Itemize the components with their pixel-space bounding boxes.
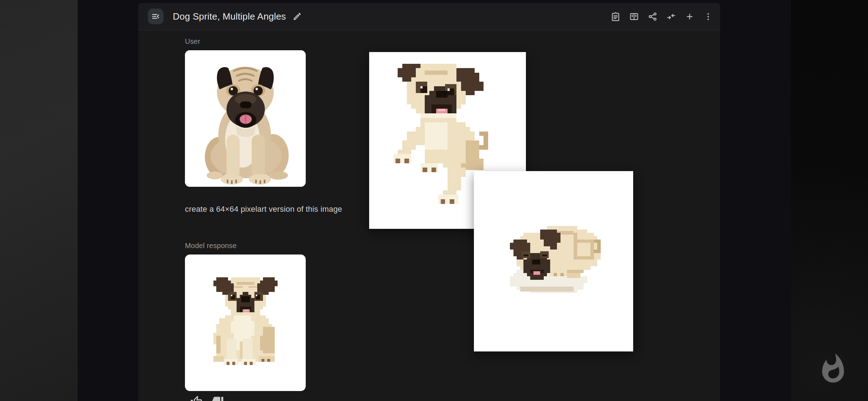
flame-icon <box>817 351 849 386</box>
chat-content: User <box>138 31 720 401</box>
response-actions <box>190 395 224 401</box>
merge-arrows-icon <box>666 12 676 21</box>
edit-pencil-icon <box>293 12 302 21</box>
share-button[interactable] <box>647 11 657 21</box>
menu-open-icon <box>151 12 160 21</box>
desktop-backdrop-left <box>0 0 78 401</box>
pug-photo <box>185 50 306 187</box>
app-panel: Dog Sprite, Multiple Angles <box>138 3 720 401</box>
notes-button[interactable] <box>610 11 620 21</box>
user-prompt-text: create a 64×64 pixelart version of this … <box>185 205 342 214</box>
model-role-label: Model response <box>185 242 237 250</box>
model-response-image-card[interactable] <box>185 255 306 391</box>
share-icon <box>648 12 657 21</box>
pixel-pug-sleeping <box>490 216 618 307</box>
thumbs-down-button[interactable] <box>212 395 224 401</box>
thumbs-down-icon <box>212 395 224 401</box>
user-role-label: User <box>185 37 200 46</box>
edit-title-button[interactable] <box>292 11 303 22</box>
thumbs-up-button[interactable] <box>190 395 202 401</box>
kebab-menu-icon <box>703 12 713 21</box>
header-actions <box>610 11 715 21</box>
page-title: Dog Sprite, Multiple Angles <box>173 11 286 22</box>
clipboard-icon <box>611 12 620 21</box>
user-photo-card[interactable] <box>185 50 306 187</box>
book-icon <box>629 12 639 21</box>
pixel-pug-sitting <box>196 272 295 374</box>
plus-icon <box>685 12 694 21</box>
floating-image-sleeping-pug[interactable] <box>474 171 633 351</box>
sidebar-toggle-button[interactable] <box>148 9 164 24</box>
more-button[interactable] <box>703 11 713 21</box>
add-button[interactable] <box>684 11 694 21</box>
thumbs-up-icon <box>190 395 202 401</box>
panel-header: Dog Sprite, Multiple Angles <box>138 3 720 30</box>
screen: Dog Sprite, Multiple Angles <box>0 0 868 401</box>
collapse-button[interactable] <box>666 11 676 21</box>
compare-button[interactable] <box>629 11 639 21</box>
desktop-backdrop-right <box>791 0 868 401</box>
